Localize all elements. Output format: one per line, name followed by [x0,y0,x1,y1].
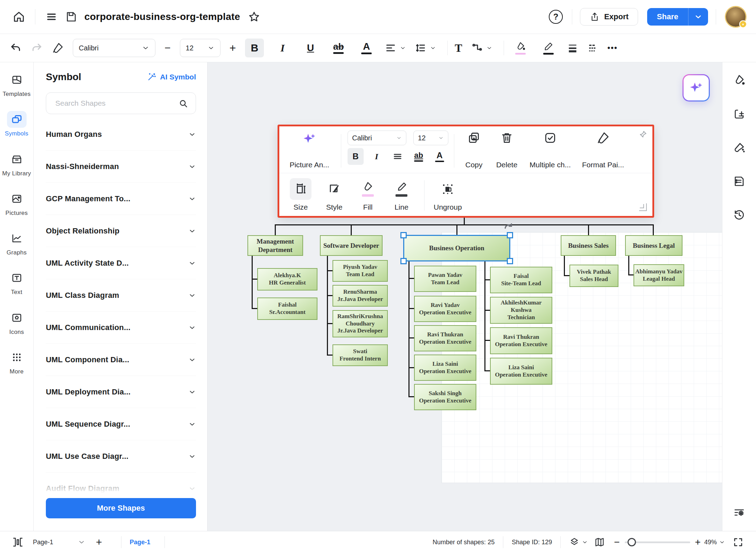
org-chart-box[interactable]: RamShriKrushnaChoudharyJr.Java Developer [332,310,388,337]
symbol-category[interactable]: Human Organs [46,118,196,150]
symbol-category[interactable]: UML Component Dia... [46,344,196,376]
multiple-choice-button[interactable]: Multiple ch... [524,129,577,173]
org-chart-box[interactable]: FaisalSite-Team Lead [490,267,552,293]
selection-handle[interactable] [400,232,407,238]
layers-button[interactable] [569,537,580,547]
font-size-decrease-button[interactable]: − [164,43,171,53]
symbol-category[interactable]: UML Sequence Diagr... [46,408,196,440]
export-button[interactable]: Export [580,8,638,26]
bold-button[interactable]: B [245,38,264,57]
line-style-button[interactable] [587,42,598,54]
pin-icon[interactable] [638,130,648,139]
style-button[interactable]: Fill Style [323,175,345,216]
org-chart-box[interactable]: Vivek PathakSales Head [569,265,618,287]
font-color-button[interactable]: A [357,38,376,57]
beautify-brush-icon[interactable] [733,141,746,154]
symbol-category[interactable]: UML Class Diagram [46,279,196,312]
connector-tool-button[interactable] [471,42,492,54]
line-weight-button[interactable] [567,42,578,54]
align-button[interactable] [385,42,406,54]
home-button[interactable] [10,8,27,25]
copy-button[interactable]: Copy [458,129,490,173]
underline-button[interactable]: U [301,38,320,57]
undo-button[interactable] [10,42,22,54]
font-size-select[interactable]: 12 [180,39,220,57]
italic-button[interactable]: I [273,38,292,57]
org-chart-box[interactable]: Abhimanyu YadavLeagal Head [634,264,684,286]
org-chart-box[interactable]: Liza SainiOperation Executive [490,358,552,385]
rail-item-graphs[interactable]: Graphs [1,230,33,256]
symbol-category[interactable]: UML Deployment Dia... [46,376,196,408]
ctx-italic-button[interactable]: I [369,148,385,165]
help-button[interactable]: ? [547,8,564,25]
share-dropdown[interactable] [688,8,708,26]
ai-assistant-button[interactable] [682,74,710,102]
org-chart-box[interactable]: Alekhya.KHR Generalist [257,268,317,290]
toolbar-resize-handle[interactable] [639,203,647,211]
org-chart-box[interactable]: Business Sales [561,235,616,256]
rail-item-icons[interactable]: Icons [1,309,33,336]
ctx-format-painter-button[interactable]: Format Pai... [577,129,629,173]
rotate-handle-icon[interactable] [502,221,514,235]
font-size-increase-button[interactable]: + [230,42,236,54]
rail-item-text[interactable]: Text [1,270,33,296]
favorite-button[interactable] [246,8,262,25]
notes-panel-icon[interactable] [733,175,746,188]
org-chart-box[interactable]: Ravi ThukranOperation Executive [490,327,552,354]
symbol-category[interactable]: UML Activity State D... [46,247,196,279]
ctx-font-size-select[interactable]: 12 [413,131,448,145]
org-chart-box[interactable]: SwatiFrontend Intern [332,344,388,366]
format-painter-button[interactable] [52,42,64,54]
text-tool-button[interactable]: T [455,42,462,54]
org-chart-box[interactable]: Pawan YadavTeam Lead [414,266,476,292]
selection-handle[interactable] [400,258,407,264]
org-chart-box[interactable]: RenuSharmaJr.Java Developer [332,285,388,307]
size-button[interactable]: Size [290,175,312,216]
zoom-level[interactable]: 49% [704,539,717,546]
zoom-slider-thumb[interactable] [628,538,636,546]
save-button[interactable] [63,8,79,25]
ctx-strikethrough-button[interactable]: ab [411,148,427,165]
symbol-category[interactable]: UML Communication... [46,312,196,344]
line-button[interactable]: Line [391,175,412,216]
insert-frame-icon[interactable] [733,108,746,120]
ungroup-button[interactable]: Ungroup [434,175,462,216]
page-layout-icon[interactable] [12,536,24,548]
font-family-select[interactable]: Calibri [73,39,155,57]
history-icon[interactable] [733,209,746,221]
fill-color-button[interactable] [511,38,530,57]
document-title[interactable]: corporate-business-org-template [84,11,240,22]
more-shapes-button[interactable]: More Shapes [46,498,196,518]
selection-handle[interactable] [507,258,513,264]
chevron-down-icon[interactable] [719,539,725,545]
zoom-slider[interactable] [625,541,690,543]
fill-button[interactable]: Fill [357,175,379,216]
rail-item-symbols[interactable]: Symbols [1,111,33,137]
line-spacing-button[interactable] [415,42,436,54]
search-input[interactable] [46,92,196,114]
canvas-settings-icon[interactable] [722,506,756,519]
org-chart-box[interactable]: FaishalSr.Accountant [257,298,317,320]
share-label[interactable]: Share [647,8,688,26]
page-tab[interactable]: Page-1 [130,539,150,546]
ctx-bold-button[interactable]: B [348,148,364,165]
more-options-button[interactable]: ••• [608,44,618,52]
symbol-category[interactable]: UML Use Case Diagr... [46,440,196,472]
org-chart-box[interactable]: Ravi YadavOperation Executive [414,296,476,322]
zoom-out-button[interactable]: − [614,537,620,547]
ctx-font-family-select[interactable]: Calibri [348,131,406,145]
rail-item-pictures[interactable]: Pictures [1,190,33,217]
line-color-button[interactable] [539,38,558,57]
rail-item-templates[interactable]: Templates [1,71,33,98]
org-chart-box[interactable]: Sakshi SinghOperation Executive [414,384,476,410]
org-chart-box[interactable]: ManagementDepartment [247,235,303,256]
symbol-category[interactable]: GCP Management To... [46,183,196,215]
org-chart-box-selected[interactable]: Business Operation [403,235,510,261]
org-chart-box[interactable]: Software Developer [320,235,383,256]
fullscreen-button[interactable] [733,537,743,547]
org-chart-box[interactable]: AkhileshKumar KushwaTechnician [490,297,552,324]
avatar[interactable]: ♦ [726,7,746,27]
org-chart-box[interactable]: Liza SainiOperation Executive [414,355,476,381]
page-selector[interactable]: Page-1 [33,538,85,546]
org-chart-box[interactable]: Ravi ThukranOperation Executive [414,325,476,351]
